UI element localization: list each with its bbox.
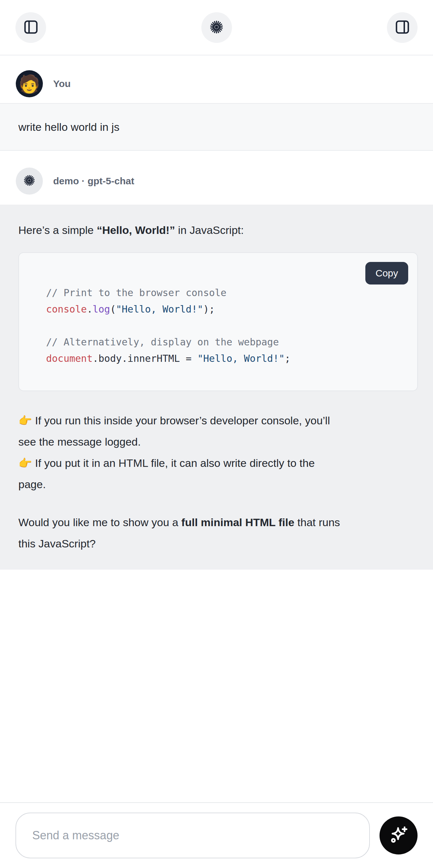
code-comment: // Print to the browser console xyxy=(46,287,226,298)
code-object: console xyxy=(46,304,87,315)
assistant-sender-name: demo · gpt-5-chat xyxy=(53,176,134,187)
question-text-after: that runs xyxy=(295,516,340,528)
starburst-icon xyxy=(209,19,224,36)
code-punct: . xyxy=(87,304,92,315)
code-punct: ); xyxy=(203,304,215,315)
code-block: Copy // Print to the browser console con… xyxy=(18,252,418,391)
assistant-message-bubble: Here’s a simple “Hello, World!” in JavaS… xyxy=(0,205,433,570)
message-input[interactable] xyxy=(16,813,370,858)
code-object: document xyxy=(46,353,93,364)
model-logo-button[interactable] xyxy=(202,12,232,43)
sidebar-toggle-button[interactable] xyxy=(16,12,46,43)
user-avatar: 🧑 xyxy=(16,70,43,97)
tip-line: page. xyxy=(18,474,415,495)
copy-button[interactable]: Copy xyxy=(365,262,408,284)
question-text: Would you like me to show you a xyxy=(18,516,181,528)
user-message-text: write hello world in js xyxy=(18,121,120,133)
top-bar xyxy=(0,0,433,55)
starburst-avatar-icon xyxy=(23,174,36,188)
assistant-tips: 👉 If you run this inside your browser’s … xyxy=(18,410,415,495)
question-line: Would you like me to show you a full min… xyxy=(18,512,415,533)
assistant-avatar xyxy=(16,167,43,195)
assistant-question: Would you like me to show you a full min… xyxy=(18,512,415,554)
right-panel-toggle-button[interactable] xyxy=(387,12,417,43)
code-string: "Hello, World!" xyxy=(116,304,203,315)
code-comment: // Alternatively, display on the webpage xyxy=(46,336,279,348)
intro-text: Here’s a simple xyxy=(18,224,97,236)
user-sender-row: 🧑 You xyxy=(0,70,433,97)
sparkle-icon xyxy=(388,825,409,847)
panel-right-icon xyxy=(394,19,410,36)
intro-bold-text: “Hello, World!” xyxy=(97,224,175,236)
composer-bar xyxy=(0,802,433,868)
assistant-intro-line: Here’s a simple “Hello, World!” in JavaS… xyxy=(18,219,415,241)
intro-text-after: in JavaScript: xyxy=(175,224,244,236)
question-line: this JavaScript? xyxy=(18,533,415,554)
code-operator: = xyxy=(180,353,197,364)
code-function: log xyxy=(93,304,110,315)
send-button[interactable] xyxy=(379,816,417,855)
panel-left-icon xyxy=(23,19,39,36)
code-string: "Hello, World!" xyxy=(197,353,285,364)
person-emoji: 🧑 xyxy=(18,75,40,92)
user-message-bubble: write hello world in js xyxy=(0,103,433,151)
question-bold-text: full minimal HTML file xyxy=(181,516,295,528)
assistant-sender-row: demo · gpt-5-chat xyxy=(0,167,433,195)
tip-line: 👉 If you run this inside your browser’s … xyxy=(18,410,415,431)
user-sender-name: You xyxy=(53,78,70,89)
code-punct: ; xyxy=(285,353,290,364)
tip-line: see the message logged. xyxy=(18,431,415,453)
code-property-chain: .body.innerHTML xyxy=(93,353,180,364)
code-punct: ( xyxy=(110,304,116,315)
tip-line: 👉 If you put it in an HTML file, it can … xyxy=(18,453,415,474)
code-content: // Print to the browser console console.… xyxy=(19,253,417,391)
